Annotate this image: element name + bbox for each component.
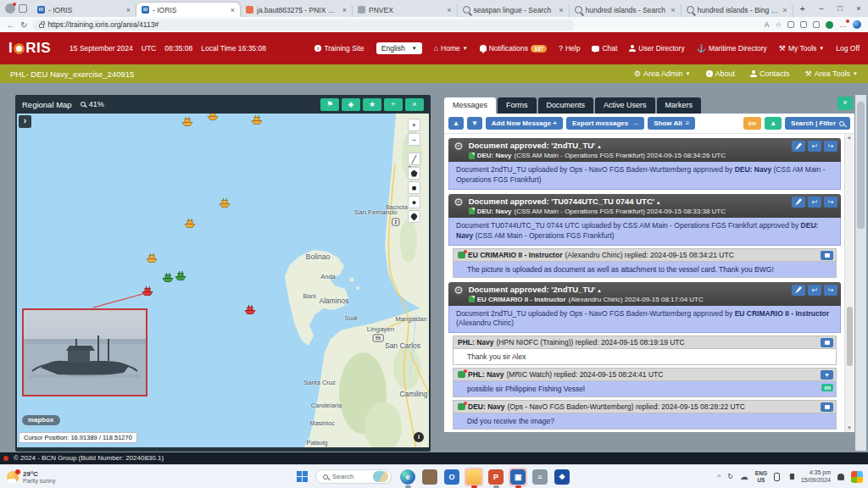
reply-action-button[interactable]	[821, 338, 833, 347]
taskbar-app-powerpoint[interactable]: P	[487, 468, 505, 486]
area-nav-contacts[interactable]: Contacts	[750, 69, 790, 78]
tab-close-icon[interactable]: ×	[342, 6, 347, 14]
browser-tab-4[interactable]: seaspan lingue - Search×	[458, 3, 570, 17]
measure-line-button[interactable]: ╱	[408, 152, 420, 165]
favorite-star-icon[interactable]: ☆	[775, 20, 782, 29]
attach-button[interactable]	[792, 141, 805, 152]
area-nav-area-admin[interactable]: ⚙Area Admin▼	[634, 69, 691, 78]
zoom-out-button[interactable]: −	[408, 133, 420, 146]
tab-documents[interactable]: Documents	[538, 97, 594, 114]
taskbar-app-briefcase[interactable]	[420, 468, 439, 486]
taskbar-app-file-explorer[interactable]	[465, 468, 483, 486]
show-all-button[interactable]: Show All≡	[648, 117, 695, 130]
browser-tab-2[interactable]: ja.baut863275 - PNIX Messen...×	[241, 3, 353, 17]
browser-page-scrollbar[interactable]	[855, 95, 866, 451]
browser-tab-3[interactable]: PNVEX×	[353, 3, 458, 17]
unknown-vessel-icon[interactable]	[219, 197, 231, 212]
reply-action-button[interactable]	[821, 402, 833, 412]
reply-button[interactable]: ↩	[808, 141, 821, 152]
close-window-button[interactable]: ×	[849, 0, 868, 17]
tab-active-users[interactable]: Active Users	[595, 97, 655, 114]
start-button[interactable]	[297, 471, 309, 483]
clock[interactable]: 4:35 pm15/09/2024	[801, 469, 831, 484]
nav-item-log-off[interactable]: Log Off	[836, 44, 860, 53]
vessel-photo-overlay[interactable]	[22, 308, 147, 396]
mapbox-attribution[interactable]: mapbox	[22, 415, 60, 425]
nav-item-user-directory[interactable]: User Directory	[629, 44, 684, 53]
back-button[interactable]: ←	[7, 20, 15, 30]
taskbar-app-remote-desktop[interactable]: ▣	[509, 468, 527, 486]
tab-close-icon[interactable]: ×	[782, 6, 787, 14]
sort-down-button[interactable]: ▼	[467, 117, 482, 130]
read-aloud-icon[interactable]: A	[765, 20, 770, 29]
map-canvas[interactable]: BalBacnotaSan FernandoBolinaoAndaBaniAla…	[17, 114, 429, 447]
message-header[interactable]: ⚙Document approved: '2ndTU_TU' ▲EU CRIMA…	[448, 282, 841, 306]
unknown-vessel-icon[interactable]	[181, 115, 194, 130]
unknown-vessel-icon[interactable]	[251, 114, 264, 129]
friendly-vessel-icon[interactable]	[175, 269, 187, 285]
volume-icon[interactable]	[790, 474, 794, 480]
message-header[interactable]: ⚙Document approved: 'TU0744UTC_TU 0744 U…	[448, 194, 841, 218]
onedrive-icon[interactable]: ☁	[740, 472, 748, 481]
translate-button[interactable]: en	[743, 117, 761, 130]
reply-header[interactable]: EU CRIMARIO II - Instructor (Alexandru C…	[453, 248, 837, 262]
copilot-icon[interactable]	[853, 20, 861, 29]
page-scroll-thumb[interactable]	[857, 102, 865, 229]
browser-tab-0[interactable]: IO- IORIS×	[32, 3, 136, 17]
reply-header[interactable]: DEU: Navy (Ops - NavO FGS Baden-Wurttemb…	[453, 400, 837, 413]
new-tab-button[interactable]: +	[793, 3, 812, 14]
comment-button[interactable]: ⚑	[320, 98, 339, 111]
nav-item-notifications[interactable]: Notifications337	[480, 44, 547, 53]
scrollbar-thumb[interactable]	[847, 307, 853, 366]
browser-tab-6[interactable]: hundred islands - Bing Maps×	[682, 3, 793, 17]
reply-button[interactable]: ↩	[808, 285, 821, 296]
draw-circle-button[interactable]: ●	[408, 196, 420, 208]
unknown-vessel-icon[interactable]	[184, 217, 197, 232]
friendly-vessel-icon[interactable]	[162, 271, 175, 286]
nav-item-my-tools[interactable]: ⚒My Tools▼	[779, 44, 824, 53]
export-messages-button[interactable]: Export messages→	[566, 117, 644, 130]
language-switch[interactable]: ENGUS	[755, 470, 767, 482]
notification-bell-icon[interactable]	[837, 474, 844, 480]
add-layer-button[interactable]: +	[384, 98, 403, 111]
nav-item-home[interactable]: ⌂Home▼	[434, 44, 468, 53]
favorites-icon[interactable]	[800, 21, 807, 28]
nav-item-maritime-directory[interactable]: ⚓Maritime Directory	[697, 44, 767, 53]
taskbar-app-outlook[interactable]: O	[442, 468, 461, 486]
tab-close-icon[interactable]: ×	[231, 6, 235, 14]
url-field[interactable]: https://training.ioris.org/area/4113#	[32, 19, 575, 30]
settings-menu-icon[interactable]: …	[839, 20, 847, 29]
reply-header[interactable]: PHL: Navy (HPN NIOFC (Training)) replied…	[453, 336, 837, 349]
area-nav-area-tools[interactable]: ⚒Area Tools▼	[805, 69, 858, 78]
reply-action-button[interactable]	[821, 251, 833, 260]
search-filter-button[interactable]: Search | Filter	[785, 117, 850, 130]
reply-action-button[interactable]: ▼	[821, 370, 833, 380]
collapse-all-button[interactable]: ▲	[765, 117, 782, 130]
split-screen-icon[interactable]	[787, 21, 794, 28]
tab-close-icon[interactable]: ×	[670, 6, 675, 14]
tab-markers[interactable]: Markers	[657, 97, 702, 114]
map-info-button[interactable]: i	[414, 432, 424, 442]
message-scrollbar[interactable]: ▲ ▼	[844, 134, 854, 432]
alert-vessel-icon[interactable]	[244, 303, 257, 319]
collections-icon[interactable]	[813, 21, 820, 28]
browser-tab-5[interactable]: hundred islands - Search×	[570, 3, 682, 17]
close-panel-button[interactable]: ×	[837, 97, 853, 110]
taskbar-search[interactable]: Search	[315, 469, 392, 484]
nav-item-help[interactable]: ?Help	[559, 44, 581, 53]
reply-translate-button[interactable]: en	[821, 384, 833, 391]
refresh-button[interactable]: ↻	[20, 20, 27, 30]
draw-polygon-button[interactable]	[408, 167, 420, 180]
alert-vessel-icon[interactable]	[142, 285, 154, 300]
tab-messages[interactable]: Messages	[444, 97, 496, 114]
profile-icon[interactable]	[5, 3, 15, 14]
drop-marker-button[interactable]	[408, 210, 420, 223]
maximize-button[interactable]: □	[831, 0, 849, 17]
tray-expand-icon[interactable]: ^	[717, 473, 721, 480]
widgets-icon[interactable]	[851, 471, 863, 483]
nav-item-chat[interactable]: Chat	[592, 44, 617, 53]
zoom-in-button[interactable]: +	[408, 119, 420, 131]
map-sidebar-expand-button[interactable]: ›	[19, 115, 31, 128]
taskbar-weather[interactable]: 29°C Partly sunny	[0, 470, 153, 484]
taskbar-app-edge[interactable]: e	[398, 468, 417, 486]
